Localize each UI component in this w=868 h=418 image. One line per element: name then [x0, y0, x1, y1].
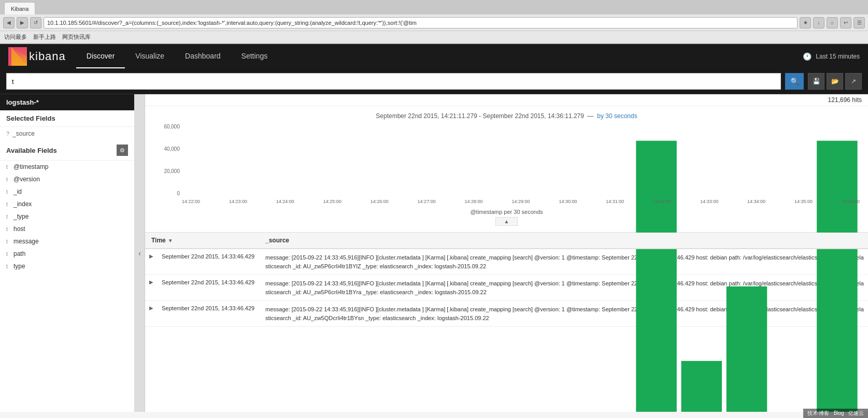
index-pattern[interactable]: logstash-*: [0, 94, 134, 110]
top-bar: 121,696 hits: [145, 94, 868, 106]
field-type[interactable]: t _type: [0, 210, 134, 223]
bookmarks-bar: 访问最多 新手上路 网页快讯库: [0, 31, 868, 44]
field-path[interactable]: t path: [0, 248, 134, 260]
load-button[interactable]: 📂: [827, 73, 843, 90]
svg-rect-8: [817, 141, 857, 412]
field-id[interactable]: t _id: [0, 185, 134, 198]
index-field-name: _index: [13, 200, 128, 208]
index-type-badge: t: [6, 201, 10, 207]
version-type-badge: t: [6, 177, 10, 182]
browser-tab[interactable]: Kibana: [4, 2, 35, 15]
bookmark-button[interactable]: ★: [800, 17, 811, 28]
nav-right: 🕐 Last 15 minutes: [803, 52, 860, 61]
sidebar: logstash-* Selected Fields ? _source Ava…: [0, 94, 135, 412]
back-button[interactable]: ◀: [3, 17, 15, 28]
save-button[interactable]: 💾: [808, 73, 824, 90]
chart-area: September 22nd 2015, 14:21:11.279 - Sept…: [145, 106, 868, 233]
path-type-badge: t: [6, 251, 10, 257]
source-field-icon: ?: [6, 131, 9, 137]
watermark: 技术·博客 Blog 亿速云: [803, 409, 868, 412]
type-type-badge: t: [6, 214, 10, 220]
col-source-header: _source: [265, 237, 862, 244]
host-type-badge: t: [6, 226, 10, 232]
menu-button[interactable]: ☰: [853, 17, 865, 28]
share-button[interactable]: ↗: [845, 73, 862, 90]
y-label-3: 0: [177, 191, 180, 196]
tab-label: Kibana: [11, 6, 29, 12]
source-field: ? _source: [0, 127, 134, 140]
search-input[interactable]: [6, 73, 781, 90]
forward-button[interactable]: ▶: [17, 17, 28, 28]
watermark-text-1: 技术·博客: [807, 410, 830, 412]
refresh-button[interactable]: ↺: [30, 17, 41, 28]
path-field-name: path: [13, 250, 128, 257]
available-fields-label: Available Fields: [6, 147, 57, 154]
time-col-label: Time: [151, 237, 166, 244]
y-label-2: 20,000: [164, 168, 180, 174]
search-bar: 🔍 💾 📂 ↗: [0, 69, 868, 94]
download-button[interactable]: ↓: [813, 17, 824, 28]
browser-chrome: Kibana ◀ ▶ ↺ ★ ↓ ⌂ ↩ ☰ 访问最多 新手上路 网页快讯库: [0, 0, 868, 44]
content-area: 121,696 hits September 22nd 2015, 14:21:…: [145, 94, 868, 412]
nav-dashboard[interactable]: Dashboard: [175, 45, 231, 68]
search-button[interactable]: 🔍: [785, 73, 804, 90]
chart-date-range: September 22nd 2015, 14:21:11.279 - Sept…: [376, 112, 584, 120]
bookmark-2[interactable]: 新手上路: [33, 33, 56, 41]
svg-rect-5: [681, 361, 722, 412]
field-host[interactable]: t host: [0, 223, 134, 235]
main-layout: logstash-* Selected Fields ? _source Ava…: [0, 94, 868, 412]
available-fields-header: Available Fields ⚙: [0, 140, 134, 161]
type-field-name: _type: [13, 213, 128, 220]
watermark-text-3: 亿速云: [848, 410, 864, 412]
svg-rect-0: [8, 47, 11, 66]
bookmark-3[interactable]: 网页快讯库: [62, 33, 91, 41]
clock-icon: 🕐: [803, 52, 812, 61]
field-version[interactable]: t @version: [0, 173, 134, 185]
sidebar-collapse-button[interactable]: ‹: [135, 94, 145, 412]
sort-icon: ▼: [168, 238, 173, 243]
source-field-name: _source: [12, 130, 35, 137]
time-label[interactable]: Last 15 minutes: [816, 53, 860, 60]
chart-svg: [182, 124, 860, 412]
field-type-item[interactable]: t type: [0, 260, 134, 272]
row-expand-button-1[interactable]: ▶: [145, 249, 158, 275]
kibana-logo-text: kibana: [29, 50, 66, 63]
nav-settings[interactable]: Settings: [231, 45, 278, 68]
col-time-header[interactable]: Time ▼: [151, 237, 265, 244]
nav-discover[interactable]: Discover: [76, 45, 125, 68]
message-type-badge: t: [6, 239, 10, 244]
top-nav: kibana Discover Visualize Dashboard Sett…: [0, 44, 868, 69]
field-timestamp[interactable]: t @timestamp: [0, 161, 134, 173]
y-label-1: 40,000: [164, 146, 180, 152]
id-field-name: _id: [13, 188, 128, 195]
type-item-type-badge: t: [6, 264, 10, 269]
history-button[interactable]: ↩: [840, 17, 851, 28]
tab-bar: Kibana: [0, 0, 868, 15]
selected-fields-header: Selected Fields: [0, 110, 134, 127]
kibana-app: kibana Discover Visualize Dashboard Sett…: [0, 44, 868, 412]
chart-header: September 22nd 2015, 14:21:11.279 - Sept…: [153, 112, 860, 120]
row-expand-button-3[interactable]: ▶: [145, 301, 158, 326]
host-field-name: host: [13, 225, 128, 233]
nav-visualize[interactable]: Visualize: [125, 45, 175, 68]
kibana-logo: kibana: [8, 47, 66, 66]
nav-bar: ◀ ▶ ↺ ★ ↓ ⌂ ↩ ☰: [0, 15, 868, 31]
source-col-label: _source: [265, 237, 289, 244]
nav-items: Discover Visualize Dashboard Settings: [76, 45, 278, 68]
chart-interval-link[interactable]: by 30 seconds: [597, 112, 637, 120]
chart-container: 60,000 40,000 20,000 0 14:22:0014:23:001…: [153, 124, 860, 207]
row-expand-button-2[interactable]: ▶: [145, 275, 158, 300]
toolbar-icon-buttons: 💾 📂 ↗: [808, 73, 862, 90]
svg-rect-4: [636, 141, 676, 412]
chart-x-axis: 14:22:0014:23:0014:24:0014:25:0014:26:00…: [182, 196, 860, 207]
url-bar[interactable]: [44, 17, 798, 28]
y-label-0: 60,000: [164, 124, 180, 129]
hits-count: 121,696 hits: [828, 96, 862, 104]
field-index[interactable]: t _index: [0, 198, 134, 210]
home-button[interactable]: ⌂: [827, 17, 838, 28]
field-message[interactable]: t message: [0, 235, 134, 248]
results-header: Time ▼ _source: [145, 233, 868, 249]
bookmark-1[interactable]: 访问最多: [4, 33, 27, 41]
fields-gear-button[interactable]: ⚙: [117, 145, 128, 156]
message-field-name: message: [13, 238, 128, 245]
